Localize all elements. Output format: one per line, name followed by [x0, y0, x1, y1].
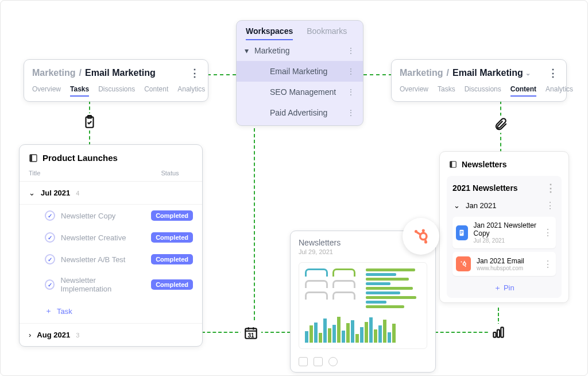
pins-title: Newsletters — [462, 160, 507, 169]
pin-group-label: Jan 2021 — [466, 201, 497, 210]
status-badge: Completed — [151, 232, 193, 243]
task-group[interactable]: ⌄ Jul 2021 4 — [20, 182, 202, 205]
left-header-card: Marketing / Email Marketing ⋮ Overview T… — [24, 59, 208, 102]
tab-discussions[interactable]: Discussions — [98, 83, 135, 97]
bar-chart-icon — [490, 324, 507, 341]
breadcrumb-parent[interactable]: Marketing — [400, 68, 443, 78]
more-icon[interactable]: ⋮ — [543, 227, 552, 238]
svg-rect-13 — [497, 330, 500, 337]
group-label: Aug 2021 — [37, 331, 70, 339]
more-icon[interactable]: ⋮ — [548, 67, 558, 79]
more-icon[interactable]: ⋮ — [347, 46, 355, 55]
check-icon — [45, 254, 55, 264]
connector — [207, 74, 236, 75]
tab-bookmarks[interactable]: Bookmarks — [307, 26, 347, 40]
col-status: Status — [147, 170, 193, 177]
svg-rect-14 — [501, 327, 503, 337]
breadcrumb-parent[interactable]: Marketing — [32, 68, 76, 78]
workspaces-panel: Workspaces Bookmarks ▾ Marketing ⋮ Email… — [236, 20, 363, 126]
add-pin-button[interactable]: ＋ Pin — [452, 279, 556, 294]
task-row[interactable]: Newsletter CreativeCompleted — [20, 227, 202, 248]
globe-icon[interactable] — [328, 357, 338, 366]
diagram-canvas: { "workspaces_panel": { "tabs": {"worksp… — [0, 0, 588, 376]
more-icon[interactable]: ⋮ — [543, 259, 552, 270]
tab-analytics[interactable]: Analytics — [177, 83, 205, 97]
workspace-item-label: Email Marketing — [270, 67, 347, 76]
pin-subtitle: Jul 28, 2021 — [474, 237, 537, 244]
task-group[interactable]: › Aug 2021 3 — [20, 323, 202, 346]
workspace-item-label: SEO Management — [270, 87, 347, 97]
calendar-day: 31 — [247, 332, 254, 339]
connector — [254, 128, 255, 332]
folder-title: 2021 Newsletters — [452, 183, 518, 193]
check-icon — [45, 232, 55, 243]
tab-tasks[interactable]: Tasks — [70, 83, 89, 97]
tab-discussions[interactable]: Discussions — [465, 83, 501, 97]
task-row[interactable]: Newsletter ImplementationCompleted — [20, 270, 202, 299]
workspace-root[interactable]: ▾ Marketing ⋮ — [237, 40, 363, 61]
right-header-card: Marketing / Email Marketing ⌄ ⋮ Overview… — [391, 59, 567, 102]
export-icon[interactable] — [299, 357, 308, 366]
tab-workspaces[interactable]: Workspaces — [246, 26, 293, 40]
svg-line-10 — [417, 232, 421, 235]
more-icon[interactable]: ⋮ — [347, 87, 355, 97]
breadcrumb-current[interactable]: Email Marketing — [452, 68, 523, 78]
group-label: Jul 2021 — [41, 189, 70, 197]
pin-group[interactable]: ⌄ Jan 2021 ⋮ — [452, 194, 556, 217]
panel-icon — [449, 160, 457, 168]
pin-folder: 2021 Newsletters⋮ ⌄ Jan 2021 ⋮ Jan 2021 … — [447, 176, 562, 298]
col-title: Title — [29, 170, 147, 177]
view-tabs: Overview Tasks Discussions Content Analy… — [24, 83, 208, 101]
add-task-button[interactable]: ＋Task — [20, 299, 202, 323]
connector — [363, 74, 392, 75]
workspace-root-label: Marketing — [254, 46, 347, 55]
svg-rect-20 — [461, 233, 462, 233]
tab-content[interactable]: Content — [510, 83, 536, 97]
workspace-item-email[interactable]: Email Marketing ⋮ — [237, 61, 363, 82]
workspace-item-seo[interactable]: SEO Management ⋮ — [237, 82, 363, 102]
workspace-item-paid[interactable]: Paid Advertising ⋮ — [237, 102, 363, 125]
svg-rect-19 — [461, 232, 463, 232]
breadcrumb-current[interactable]: Email Marketing — [85, 68, 156, 78]
clipboard-check-icon — [81, 113, 98, 131]
tab-tasks[interactable]: Tasks — [438, 83, 455, 97]
more-icon[interactable]: ⋮ — [347, 67, 355, 76]
svg-line-11 — [425, 239, 425, 241]
pin-item[interactable]: Jan 2021 Newsletter CopyJul 28, 2021 ⋮ — [452, 217, 556, 248]
svg-rect-12 — [493, 332, 496, 337]
more-icon[interactable]: ⋮ — [189, 67, 200, 79]
tab-overview[interactable]: Overview — [400, 83, 428, 97]
task-name: Newsletter Copy — [61, 212, 115, 220]
chevron-down-icon: ⌄ — [454, 201, 460, 210]
svg-rect-3 — [30, 155, 32, 162]
more-icon[interactable]: ⋮ — [546, 200, 555, 211]
more-icon[interactable]: ⋮ — [347, 108, 355, 117]
breadcrumb-sep: / — [79, 68, 82, 78]
status-badge: Completed — [151, 254, 193, 264]
plus-icon: ＋ — [45, 306, 52, 316]
hubspot-icon — [411, 227, 431, 246]
task-row[interactable]: Newsletter CopyCompleted — [20, 205, 202, 227]
pin-item[interactable]: Jan 2021 Emailwww.hubspot.com ⋮ — [452, 252, 556, 276]
task-name: Newsletter A/B Test — [61, 255, 125, 264]
plus-icon: ＋ — [494, 283, 501, 292]
report-preview — [299, 262, 427, 349]
calendar-icon: 31 — [241, 323, 261, 343]
tab-analytics[interactable]: Analytics — [546, 83, 573, 97]
more-icon[interactable]: ⋮ — [546, 182, 556, 194]
caret-down-icon: ▾ — [245, 46, 249, 55]
svg-rect-16 — [450, 162, 452, 168]
task-row[interactable]: Newsletter A/B TestCompleted — [20, 248, 202, 270]
share-icon[interactable] — [314, 357, 323, 366]
pin-subtitle: www.hubspot.com — [477, 265, 524, 271]
status-badge: Completed — [151, 210, 193, 221]
pin-title: Jan 2021 Email — [477, 257, 524, 265]
doc-icon — [456, 225, 468, 240]
tab-overview[interactable]: Overview — [32, 83, 61, 97]
breadcrumb-sep: / — [447, 68, 449, 78]
workspace-item-label: Paid Advertising — [270, 108, 347, 117]
panel-icon — [29, 154, 38, 163]
group-count: 3 — [76, 332, 79, 339]
tab-content[interactable]: Content — [144, 83, 168, 97]
chevron-down-icon[interactable]: ⌄ — [525, 70, 531, 77]
